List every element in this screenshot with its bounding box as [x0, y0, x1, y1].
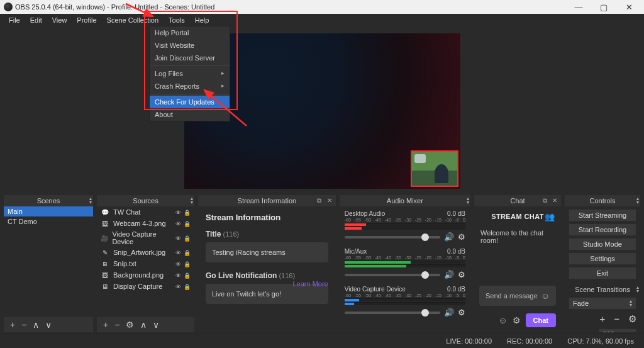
panel-detach-icon[interactable]: ⧉	[541, 197, 548, 205]
source-label: Video Capture Device	[112, 230, 172, 245]
visibility-icon[interactable]	[175, 283, 181, 290]
learn-more-link[interactable]: Learn More	[292, 280, 328, 288]
source-label: Webcam 4-3.png	[113, 220, 166, 227]
menu-tools[interactable]: Tools	[164, 15, 190, 25]
app-logo	[4, 3, 13, 11]
visibility-icon[interactable]	[175, 249, 181, 256]
source-properties-button[interactable]: ⚙	[123, 320, 136, 330]
help-portal[interactable]: Help Portal	[150, 26, 230, 39]
speaker-icon[interactable]: 🔊	[444, 270, 454, 279]
participants-icon[interactable]: 👥	[545, 212, 555, 222]
mixer-track-name: Video Capture Device	[345, 286, 406, 293]
about[interactable]: About	[150, 108, 230, 121]
golive-label: Go Live Notification	[206, 271, 277, 280]
source-item[interactable]: ✎Snip_Artwork.jpg	[97, 247, 194, 258]
status-live: LIVE: 00:00:00	[446, 337, 492, 345]
move-source-down-button[interactable]: ∨	[150, 320, 162, 330]
menu-profile[interactable]: Profile	[72, 15, 101, 25]
add-source-button[interactable]: +	[101, 320, 111, 330]
move-scene-up-button[interactable]: ∧	[30, 320, 42, 330]
menu-file[interactable]: File	[4, 15, 25, 25]
move-source-up-button[interactable]: ∧	[138, 320, 149, 330]
visit-website[interactable]: Visit Website	[150, 39, 230, 52]
audio-meter	[345, 298, 465, 301]
menu-view[interactable]: View	[47, 15, 72, 25]
lock-icon[interactable]	[184, 235, 191, 242]
source-item[interactable]: 🖼Background.png	[97, 269, 194, 281]
emoji-button[interactable]: ☺	[498, 315, 507, 325]
transition-settings-button[interactable]: ⚙	[628, 313, 636, 325]
gear-icon[interactable]: ⚙	[458, 308, 465, 317]
emoji-icon[interactable]: ☺	[541, 291, 550, 301]
panel-detach-icon[interactable]: ⧉	[316, 197, 323, 205]
sources-toolbar: + − ⚙ ∧ ∨	[97, 317, 194, 332]
source-type-icon: 🗎	[101, 259, 109, 268]
remove-scene-button[interactable]: −	[19, 320, 29, 330]
title-input[interactable]: Testing iRacing streams	[206, 242, 328, 262]
move-scene-down-button[interactable]: ∨	[43, 320, 54, 330]
chat-send-button[interactable]: Chat	[526, 313, 556, 327]
lock-icon[interactable]	[184, 209, 191, 216]
menubar: File Edit View Profile Scene Collection …	[0, 14, 644, 26]
gear-icon[interactable]: ⚙	[458, 270, 465, 279]
scene-item[interactable]: CT Demo	[4, 216, 93, 227]
settings-button[interactable]: Settings	[569, 252, 636, 265]
menu-scene-collection[interactable]: Scene Collection	[102, 15, 164, 25]
studio-mode-button[interactable]: Studio Mode	[569, 238, 636, 250]
lock-icon[interactable]	[184, 272, 191, 279]
start-recording-button[interactable]: Start Recording	[569, 223, 636, 236]
source-item[interactable]: 🗎Snip.txt	[97, 258, 194, 269]
panel-close-icon[interactable]: ✕	[326, 197, 333, 205]
join-discord[interactable]: Join Discord Server	[150, 52, 230, 64]
visibility-icon[interactable]	[175, 220, 181, 227]
menu-edit[interactable]: Edit	[25, 15, 47, 25]
remove-transition-button[interactable]: −	[614, 313, 619, 325]
scenes-toolbar: + − ∧ ∨	[4, 317, 93, 332]
volume-slider[interactable]	[345, 274, 440, 276]
volume-slider[interactable]	[345, 236, 440, 239]
check-for-updates[interactable]: Check For Updates	[150, 96, 230, 108]
lock-icon[interactable]	[184, 261, 191, 267]
source-type-icon: 🖼	[101, 219, 109, 228]
audio-meter	[345, 227, 465, 230]
gear-icon[interactable]: ⚙	[458, 232, 465, 242]
scene-item[interactable]: Main	[4, 206, 93, 216]
panel-close-icon[interactable]: ✕	[551, 197, 558, 205]
audio-meter	[345, 302, 465, 305]
close-button[interactable]: ✕	[618, 3, 640, 12]
source-item[interactable]: 🎥Video Capture Device	[97, 229, 194, 247]
status-cpu: CPU: 7.0%, 60.00 fps	[567, 337, 634, 345]
duration-input[interactable]: 300 ms▴▾	[599, 328, 636, 332]
visibility-icon[interactable]	[175, 272, 181, 279]
source-type-icon: 💬	[101, 208, 109, 216]
source-item[interactable]: 🖥Display Capture	[97, 281, 194, 292]
visibility-icon[interactable]	[175, 235, 181, 242]
source-item[interactable]: 💬TW Chat	[97, 206, 194, 218]
golive-char-count: (116)	[279, 272, 295, 279]
source-label: TW Chat	[113, 208, 140, 216]
webcam-source-overlay[interactable]	[411, 150, 458, 187]
chat-settings-icon[interactable]: ⚙	[513, 315, 521, 325]
transition-select[interactable]: Fade▴▾	[569, 297, 636, 310]
source-type-icon: 🖥	[101, 282, 109, 291]
remove-source-button[interactable]: −	[112, 320, 122, 330]
lock-icon[interactable]	[184, 283, 191, 290]
chat-input[interactable]: Send a message☺	[479, 286, 556, 306]
menu-help[interactable]: Help	[190, 15, 214, 25]
lock-icon[interactable]	[184, 249, 191, 256]
source-item[interactable]: 🖼Webcam 4-3.png	[97, 218, 194, 229]
speaker-icon[interactable]: 🔊	[444, 308, 454, 317]
add-scene-button[interactable]: +	[8, 320, 18, 330]
log-files[interactable]: Log Files	[150, 67, 230, 80]
crash-reports[interactable]: Crash Reports	[150, 80, 230, 93]
visibility-icon[interactable]	[175, 209, 181, 216]
speaker-icon[interactable]: 🔊	[444, 232, 454, 242]
visibility-icon[interactable]	[175, 261, 181, 267]
add-transition-button[interactable]: +	[599, 313, 605, 325]
start-streaming-button[interactable]: Start Streaming	[569, 209, 636, 222]
exit-button[interactable]: Exit	[569, 267, 636, 279]
minimize-button[interactable]: —	[567, 3, 590, 12]
lock-icon[interactable]	[184, 220, 191, 227]
maximize-button[interactable]: ▢	[592, 3, 615, 12]
volume-slider[interactable]	[345, 312, 440, 314]
